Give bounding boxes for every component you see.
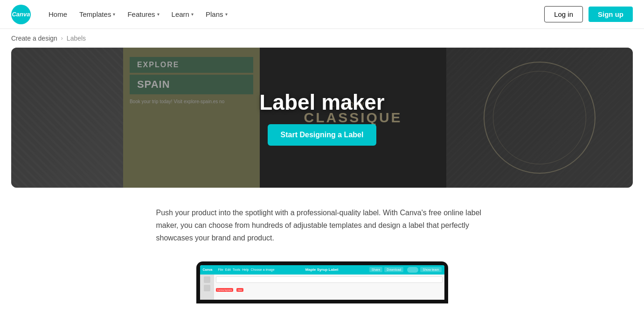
tablet-content: Canva layouts new: [200, 275, 444, 300]
hero-overlay: Label maker Start Designing a Label: [11, 48, 633, 188]
breadcrumb: Create a design › Labels: [0, 29, 644, 48]
logo-text: Canva: [12, 11, 30, 18]
tablet-bar-title-text: File: [218, 268, 223, 271]
hero-banner: EXPLORE SPAIN Book your trip today! Visi…: [11, 48, 633, 188]
tablet-sidebar: [200, 275, 214, 300]
breadcrumb-create[interactable]: Create a design: [11, 35, 57, 42]
navbar: Canva Home Templates ▾ Features ▾ Learn …: [0, 0, 644, 29]
description-text: Push your product into the spotlight wit…: [156, 206, 488, 245]
chevron-down-icon: ▾: [113, 12, 115, 17]
start-designing-button[interactable]: Start Designing a Label: [268, 124, 377, 146]
tablet-canva-layouts-tag: Canva layouts: [216, 288, 234, 292]
login-button[interactable]: Log in: [544, 6, 583, 22]
nav-features[interactable]: Features ▾: [123, 7, 164, 21]
nav-templates[interactable]: Templates ▾: [75, 7, 120, 21]
tablet-bar-doc-title: Maple Syrup Label: [277, 268, 367, 272]
tablet-preview: Canva File Edit Tools Help Choose a imag…: [0, 261, 644, 303]
tablet-bar-logo: Canva: [203, 268, 213, 271]
hero-title: Label maker: [259, 90, 384, 115]
tablet-frame: Canva File Edit Tools Help Choose a imag…: [196, 261, 448, 303]
tablet-share-button[interactable]: Share: [369, 267, 383, 272]
nav-actions: Log in Sign up: [544, 6, 633, 22]
tablet-inner: Canva File Edit Tools Help Choose a imag…: [200, 265, 444, 300]
page-description: Push your product into the spotlight wit…: [145, 206, 499, 245]
tablet-bar-choose: Choose a image: [251, 268, 275, 271]
chevron-down-icon: ▾: [191, 12, 194, 17]
breadcrumb-separator: ›: [61, 35, 63, 42]
signup-button[interactable]: Sign up: [589, 7, 633, 22]
tablet-showteam-button[interactable]: Show team: [420, 267, 441, 272]
tablet-toggle[interactable]: [407, 267, 418, 273]
tablet-download-button[interactable]: Download: [384, 267, 403, 272]
tablet-bar-help: Help: [242, 268, 249, 271]
nav-links: Home Templates ▾ Features ▾ Learn ▾ Plan…: [44, 7, 544, 21]
nav-plans[interactable]: Plans ▾: [201, 7, 232, 21]
canva-logo[interactable]: Canva: [11, 5, 31, 24]
nav-home[interactable]: Home: [44, 7, 72, 21]
tablet-new-tag: new: [236, 288, 243, 292]
tablet-searchbar[interactable]: [216, 276, 443, 283]
nav-learn[interactable]: Learn ▾: [167, 7, 198, 21]
tablet-main-area: Canva layouts new: [214, 275, 444, 300]
chevron-down-icon: ▾: [225, 12, 228, 17]
breadcrumb-current: Labels: [67, 35, 86, 42]
tablet-bar-edit: Edit: [225, 268, 231, 271]
chevron-down-icon: ▾: [157, 12, 159, 17]
tablet-bar-tools: Tools: [233, 268, 240, 271]
tablet-toolbar: Canva File Edit Tools Help Choose a imag…: [200, 265, 444, 275]
